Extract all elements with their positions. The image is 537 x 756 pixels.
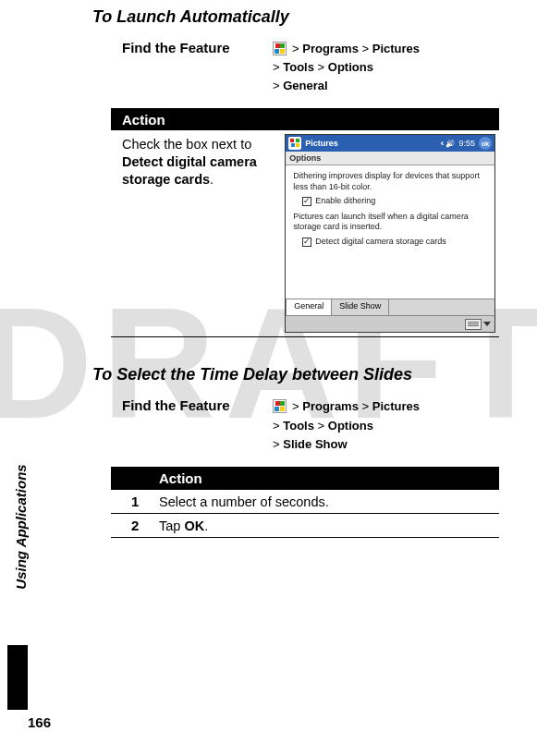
page-number: 166	[28, 714, 51, 730]
path2-options: Options	[328, 419, 373, 433]
step-text-1: Select a number of seconds.	[159, 491, 329, 513]
side-tab: Using Applications	[7, 433, 33, 710]
path-options: Options	[328, 60, 373, 74]
find-feature-row-1: Find the Feature > Programs > Pictures >…	[92, 40, 518, 95]
shot-subtitle: Options	[286, 152, 494, 165]
find-feature-path-2: > Programs > Pictures > Tools > Options …	[273, 397, 518, 453]
step-num-1: 1	[111, 490, 159, 513]
find-feature-label-1: Find the Feature	[92, 40, 273, 55]
step1-pre: Select a number of seconds.	[159, 494, 329, 509]
shot-clock: 9:55	[458, 139, 475, 148]
shot-para-2: Pictures can launch itself when a digita…	[293, 212, 487, 233]
start-flag-icon	[288, 137, 301, 150]
find-feature-label-2: Find the Feature	[92, 397, 273, 413]
shot-tab-slideshow: Slide Show	[332, 299, 389, 315]
action-body-1: Check the box next to Detect digital cam…	[111, 130, 499, 336]
action-text-pre: Check the box next to	[122, 137, 251, 152]
path2-pictures: Pictures	[372, 399, 420, 413]
action-text-post: .	[210, 172, 214, 187]
action-table-1: Action Check the box next to Detect digi…	[111, 108, 499, 337]
find-feature-row-2: Find the Feature > Programs > Pictures >…	[92, 397, 518, 453]
action-header-1: Action	[111, 109, 499, 130]
path-general: General	[283, 79, 327, 92]
manual-page: Using Applications 166 To Launch Automat…	[0, 0, 537, 756]
path-pictures: Pictures	[372, 42, 420, 55]
wince-screenshot: Pictures 9:55 ok Options Dithering impro…	[285, 134, 495, 333]
windows-flag-icon	[273, 399, 287, 413]
path-programs: Programs	[302, 42, 359, 55]
page-content: To Launch Automatically Find the Feature…	[92, 7, 518, 538]
shot-title-text: Pictures	[305, 139, 338, 148]
find-feature-path-1: > Programs > Pictures > Tools > Options …	[273, 40, 518, 95]
shot-para-1: Dithering improves display for devices t…	[293, 171, 487, 192]
step-row-1: 1 Select a number of seconds.	[111, 489, 499, 513]
step2-pre: Tap	[159, 518, 184, 533]
signal-icon	[440, 139, 442, 148]
shot-checkbox-2: ✓ Detect digital camera storage cards	[302, 237, 487, 247]
shot-tabs: General Slide Show	[286, 299, 494, 315]
speaker-icon	[445, 139, 455, 148]
side-section-label: Using Applications	[13, 464, 29, 589]
shot-titlebar: Pictures 9:55 ok	[286, 135, 494, 152]
shot-cb1-label: Enable dithering	[315, 196, 375, 206]
shot-checkbox-1: ✓ Enable dithering	[302, 196, 487, 206]
keyboard-icon	[465, 319, 482, 330]
side-black-block	[7, 645, 28, 710]
action-table-2: Action 1 Select a number of seconds. 2 T…	[111, 467, 499, 538]
step2-bold: OK	[184, 518, 204, 533]
checkbox-checked-icon: ✓	[302, 238, 311, 247]
shot-cb2-label: Detect digital camera storage cards	[315, 237, 446, 247]
ok-circle-icon: ok	[479, 137, 492, 150]
path2-tools: Tools	[283, 419, 314, 433]
step-num-2: 2	[111, 514, 159, 537]
section2-heading: To Select the Time Delay between Slides	[92, 365, 518, 384]
path-tools: Tools	[283, 60, 314, 74]
dropdown-arrow-icon	[483, 322, 491, 326]
section1-heading: To Launch Automatically	[92, 7, 518, 27]
shot-body: Dithering improves display for devices t…	[286, 165, 494, 299]
shot-tab-general: General	[286, 299, 332, 315]
action-instruction-1: Check the box next to Detect digital cam…	[111, 130, 285, 336]
path2-slideshow: Slide Show	[283, 437, 347, 451]
action-text-bold: Detect digital camera storage cards	[122, 154, 257, 187]
step-row-2: 2 Tap OK.	[111, 513, 499, 537]
path2-programs: Programs	[302, 399, 359, 413]
action-header-2: Action	[111, 468, 499, 489]
shot-bottom-bar	[286, 315, 494, 332]
step-text-2: Tap OK.	[159, 515, 208, 537]
step2-post: .	[204, 518, 208, 533]
checkbox-checked-icon: ✓	[302, 197, 311, 206]
windows-flag-icon	[273, 42, 287, 55]
